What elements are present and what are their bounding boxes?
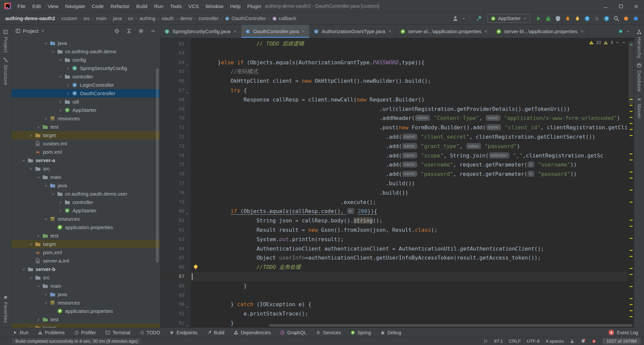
tree-item-resources[interactable]: resources — [11, 114, 160, 123]
breadcrumb-item-cn[interactable]: cn — [128, 16, 133, 21]
breadcrumb-item-demo[interactable]: demo — [180, 16, 192, 21]
tree-item-custom-iml[interactable]: custom.iml — [11, 139, 160, 148]
code-line-65[interactable]: 65//密码模式 — [160, 67, 628, 76]
code-line-71[interactable]: 71.post(new FormBody.Builder().add(name:… — [160, 123, 628, 132]
line-number[interactable]: 68 — [160, 95, 184, 105]
error-stripe-mark[interactable] — [630, 135, 633, 136]
tab-close-icon[interactable] — [388, 29, 392, 33]
tree-item-util[interactable]: util — [11, 97, 160, 106]
chevron-down-icon[interactable] — [44, 300, 49, 305]
panel-settings-icon[interactable] — [138, 28, 144, 34]
menu-code[interactable]: Code — [88, 3, 107, 9]
editor-tab-server-b-application-properties[interactable]: server-b\...\application.properties — [492, 25, 588, 38]
tree-item-application-properties[interactable]: application.properties — [11, 223, 160, 231]
question-icon[interactable]: ? — [603, 15, 610, 22]
tree-item-src[interactable]: src — [11, 273, 160, 282]
chevron-right-icon[interactable] — [29, 133, 34, 137]
line-number[interactable]: 87 — [160, 272, 184, 281]
code-line-73[interactable]: 73.add(name: "grant_type", value: "passw… — [160, 142, 628, 151]
line-number[interactable]: 75 — [160, 160, 184, 169]
code-line-75[interactable]: 75.add(name: "username", request.getPara… — [160, 160, 628, 169]
chevron-right-icon[interactable] — [36, 125, 42, 129]
tree-item-pom-xml[interactable]: mpom.xml — [11, 148, 160, 156]
code-line-72[interactable]: 72.add(name: "client_secret", clientRegi… — [160, 132, 628, 142]
menu-window[interactable]: Window — [202, 3, 227, 9]
chevron-right-icon[interactable] — [58, 108, 64, 112]
tree-item-test[interactable]: test — [11, 315, 160, 324]
menu-edit[interactable]: Edit — [29, 3, 44, 9]
code-line-64[interactable]: 64}else if (Objects.equals(Authorization… — [160, 58, 628, 67]
rest-client-icon[interactable] — [574, 15, 581, 22]
fold-marker-icon[interactable] — [185, 61, 190, 65]
error-stripe-mark[interactable] — [630, 171, 633, 172]
debug-button[interactable] — [545, 15, 551, 22]
toolwindow-button-build[interactable]: Build — [207, 330, 224, 335]
breadcrumb-item-oauth[interactable]: oauth — [162, 16, 174, 21]
line-number[interactable]: 84 — [160, 244, 184, 254]
editor-horizontal-scrollbar[interactable] — [269, 324, 633, 327]
next-issue-icon[interactable] — [622, 41, 626, 45]
tree-item-resources[interactable]: resources — [11, 298, 160, 307]
event-log-button[interactable]: 4 Event Log — [608, 330, 638, 335]
tree-item-appstarter[interactable]: AppStarter — [11, 206, 160, 215]
error-stripe-mark[interactable] — [630, 316, 633, 317]
run-button[interactable] — [535, 15, 542, 22]
toolwindow-button-profiler[interactable]: Profiler — [74, 330, 96, 335]
chevron-down-icon[interactable] — [51, 49, 56, 54]
breadcrumb-item-callback[interactable]: mcallback — [272, 16, 296, 21]
editor-tab-authorizationgranttype-java[interactable]: CAuthorizationGrantType.java — [310, 25, 396, 38]
stripe-button-structure[interactable]: Structure — [3, 57, 8, 85]
line-number[interactable]: 90 — [160, 300, 184, 309]
stripe-button-hierarchy[interactable]: Hierarchy — [637, 29, 642, 58]
chevron-right-icon[interactable] — [66, 83, 71, 87]
tree-item-application-properties[interactable]: application.properties — [11, 307, 160, 315]
tree-item-controller[interactable]: controller — [11, 72, 160, 81]
fold-marker-icon[interactable] — [185, 321, 190, 325]
chevron-down-icon[interactable] — [41, 29, 45, 33]
stripe-button-project[interactable]: Project — [3, 29, 8, 53]
code-line-62[interactable]: 62// TODO 后续逻辑 — [160, 39, 628, 49]
line-number[interactable]: 83 — [160, 235, 184, 244]
breadcrumb-item-controller[interactable]: controller — [199, 16, 219, 21]
caret-position[interactable]: 87:1 — [494, 339, 503, 344]
code-editor[interactable]: 62// TODO 后续逻辑6364}else if (Objects.equa… — [160, 38, 634, 328]
code-line-76[interactable]: 76.add(name: "password", request.getPara… — [160, 169, 628, 179]
fold-marker-icon[interactable] — [185, 302, 190, 306]
line-number[interactable]: 85 — [160, 253, 184, 263]
tree-item-src[interactable]: src — [11, 164, 160, 173]
code-line-91[interactable]: 91e.printStackTrace(); — [160, 309, 628, 319]
chevron-down-icon[interactable] — [44, 183, 49, 188]
toolwindow-button-run[interactable]: Run — [13, 330, 29, 335]
error-stripe-mark[interactable] — [630, 202, 633, 203]
code-line-88[interactable]: 88} — [160, 281, 628, 291]
tree-item-cn-authing-oauth-demo[interactable]: cn.authing.oauth.demo — [11, 47, 160, 56]
line-number[interactable]: 70 — [160, 114, 184, 123]
tree-item-main[interactable]: main — [11, 282, 160, 290]
toolwindow-button-todo[interactable]: TODO — [140, 330, 160, 335]
chevron-down-icon[interactable] — [29, 166, 34, 171]
code-line-85[interactable]: 85Object userInfo=authenticationClient.g… — [160, 253, 628, 263]
error-stripe-mark[interactable] — [630, 123, 633, 124]
chevron-right-icon[interactable] — [44, 292, 49, 296]
code-line-90[interactable]: 90} catch (IOException e) { — [160, 300, 628, 309]
toolwindow-button-terminal[interactable]: Terminal — [105, 330, 130, 335]
breadcrumb-item-src[interactable]: src — [83, 16, 90, 21]
code-line-82[interactable]: 82Result result = new Gson().fromJson(js… — [160, 225, 628, 235]
line-number[interactable]: 80 — [160, 207, 184, 216]
code-line-69[interactable]: 69.url(clientRegistration.getProviderDet… — [160, 105, 628, 114]
menu-help[interactable]: Help — [227, 3, 244, 9]
tree-item-target[interactable]: target — [11, 240, 160, 248]
tree-item-test[interactable]: test — [11, 123, 160, 131]
breadcrumb-item-authing[interactable]: authing — [140, 16, 156, 21]
hidden-tabs-chevron-icon[interactable] — [626, 29, 630, 33]
code-line-70[interactable]: 70.addHeader(name: "Content-Type", value… — [160, 114, 628, 123]
tree-item-main[interactable]: main — [11, 173, 160, 181]
line-number[interactable]: 66 — [160, 76, 184, 86]
tree-item-resources[interactable]: resources — [11, 215, 160, 223]
project-scrollbar[interactable] — [156, 68, 159, 263]
coverage-button[interactable] — [555, 15, 561, 22]
error-stripe-mark[interactable] — [630, 117, 633, 118]
breadcrumb-item-custom[interactable]: custom — [61, 16, 77, 21]
error-indicator-icon[interactable] — [592, 339, 596, 344]
code-line-84[interactable]: 84AuthenticationClient authenticationCli… — [160, 244, 628, 254]
